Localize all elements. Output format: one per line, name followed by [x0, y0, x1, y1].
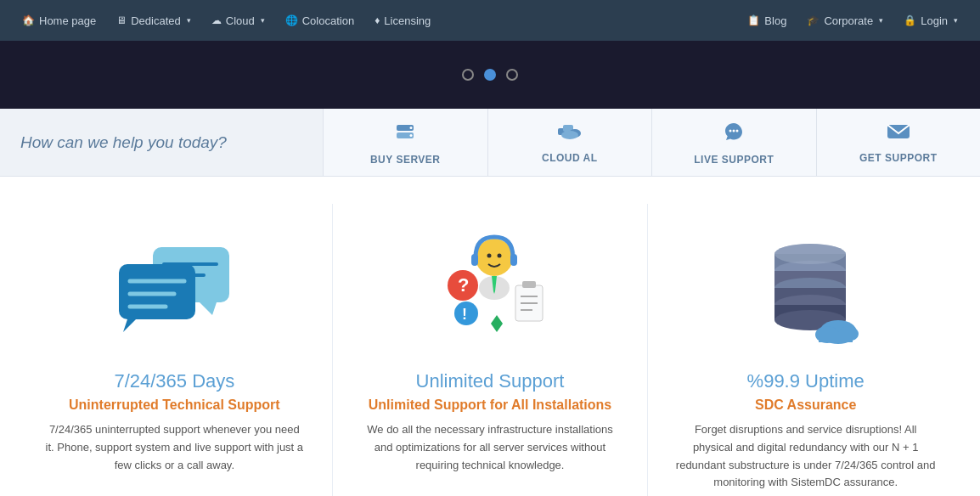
cloud-al-icon [556, 121, 583, 147]
navbar: 🏠 Home page 🖥 Dedicated ▾ ☁ Cloud ▾ 🌐 Co… [0, 0, 980, 41]
nav-home[interactable]: 🏠 Home page [14, 9, 104, 32]
svg-point-10 [736, 129, 739, 132]
svg-point-9 [733, 129, 735, 132]
svg-point-8 [729, 129, 732, 132]
cloud-al-button[interactable]: CLOUD AL [488, 109, 653, 176]
chevron-down-icon: ▾ [261, 16, 265, 25]
nav-dedicated[interactable]: 🖥 Dedicated ▾ [108, 9, 200, 32]
globe-icon: 🌐 [285, 14, 298, 26]
svg-point-51 [774, 244, 846, 264]
buy-server-icon [393, 120, 417, 149]
help-text: How can we help you today? [0, 109, 323, 176]
chevron-down-icon: ▾ [954, 16, 958, 25]
corporate-icon: 🎓 [807, 14, 819, 26]
feature-247-title: Uninterrupted Technical Support [69, 397, 280, 413]
cloud-icon: ☁ [211, 14, 222, 26]
svg-rect-50 [819, 332, 853, 342]
features-section: 7/24/365 Days Uninterrupted Technical Su… [0, 177, 980, 496]
get-support-button[interactable]: GET SUPPORT [817, 109, 981, 176]
svg-rect-23 [510, 254, 517, 266]
svg-text:?: ? [458, 274, 469, 296]
nav-licensing[interactable]: ♦ Licensing [366, 9, 439, 32]
svg-point-24 [487, 254, 492, 258]
agent-icon: ? ! [422, 217, 558, 353]
feature-unlimited-subtitle: Unlimited Support [416, 370, 565, 392]
svg-marker-15 [123, 319, 136, 332]
home-icon: 🏠 [22, 14, 35, 26]
svg-point-3 [410, 134, 413, 137]
server-icon: 🖥 [116, 14, 127, 26]
nav-corporate[interactable]: 🎓 Corporate ▾ [798, 9, 892, 32]
feature-uptime-subtitle: %99.9 Uptime [747, 370, 865, 392]
svg-point-2 [410, 127, 413, 129]
live-support-icon [722, 120, 746, 149]
nav-blog[interactable]: 📋 Blog [739, 9, 795, 32]
chat-icon [106, 217, 242, 353]
hero-dot-3[interactable] [506, 69, 518, 81]
feature-247-subtitle: 7/24/365 Days [114, 370, 234, 392]
quick-access-bar: How can we help you today? BUY SERVER [0, 109, 980, 177]
svg-point-25 [498, 254, 502, 258]
hero-dot-2[interactable] [484, 69, 496, 81]
quick-buttons: BUY SERVER CLOUD AL [323, 109, 980, 176]
nav-left: 🏠 Home page 🖥 Dedicated ▾ ☁ Cloud ▾ 🌐 Co… [14, 9, 739, 32]
chevron-down-icon: ▾ [187, 16, 191, 25]
hero-dot-1[interactable] [462, 69, 474, 81]
nav-cloud[interactable]: ☁ Cloud ▾ [203, 9, 273, 32]
feature-unlimited-desc: We do all the necessary infrastructure i… [360, 421, 621, 474]
nav-right: 📋 Blog 🎓 Corporate ▾ 🔒 Login ▾ [739, 9, 966, 32]
nav-colocation[interactable]: 🌐 Colocation [277, 9, 363, 32]
feature-support-247: 7/24/365 Days Uninterrupted Technical Su… [17, 204, 332, 496]
live-support-button[interactable]: LIVE SUPPORT [652, 109, 817, 176]
hero-banner [0, 41, 980, 109]
svg-text:!: ! [462, 306, 467, 323]
chevron-down-icon: ▾ [879, 16, 883, 25]
feature-uptime-desc: Forget disruptions and service disruptio… [675, 421, 936, 492]
get-support-icon [886, 121, 911, 147]
svg-marker-13 [200, 302, 217, 315]
svg-rect-34 [522, 281, 536, 288]
feature-uptime: %99.9 Uptime SDC Assurance Forget disrup… [647, 204, 963, 496]
diamond-icon: ♦ [375, 14, 380, 26]
nav-login[interactable]: 🔒 Login ▾ [895, 9, 966, 32]
database-icon [738, 217, 874, 353]
svg-rect-22 [471, 254, 478, 266]
buy-server-button[interactable]: BUY SERVER [324, 109, 488, 176]
feature-unlimited-title: Unlimited Support for All Installations [369, 397, 612, 413]
svg-point-7 [561, 131, 578, 139]
svg-marker-32 [491, 315, 503, 332]
hero-dots [462, 69, 518, 81]
feature-uptime-title: SDC Assurance [755, 397, 856, 413]
feature-unlimited-support: ? ! Unlimited Support Unlimited Support … [332, 204, 648, 496]
feature-247-desc: 7/24/365 uninterrupted support whenever … [44, 421, 305, 474]
blog-icon: 📋 [747, 14, 760, 26]
lock-icon: 🔒 [904, 14, 916, 26]
